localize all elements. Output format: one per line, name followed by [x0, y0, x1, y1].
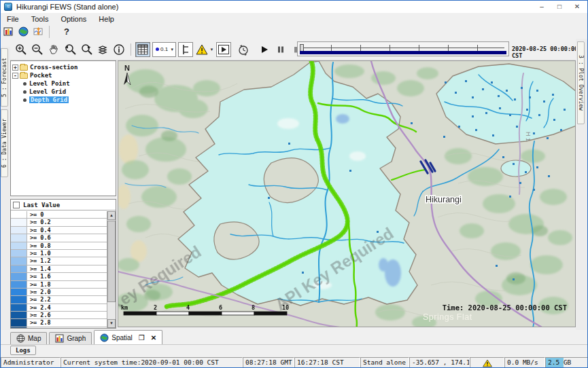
- play-button[interactable]: [257, 42, 272, 57]
- tree-item-pocket[interactable]: - Pocket: [11, 71, 116, 79]
- legend-row[interactable]: >= 0.2: [11, 219, 107, 226]
- scale-tick: 10: [282, 304, 289, 311]
- database-display-button[interactable]: [1, 25, 15, 39]
- last-value-label: Last Value: [23, 202, 60, 208]
- legend-row[interactable]: >= 0.8: [11, 242, 107, 250]
- legend-row[interactable]: >= 1.0: [11, 250, 107, 257]
- tab-data-viewer[interactable]: 6 : Data Viewer: [1, 109, 8, 177]
- legend-row[interactable]: >= 3.0: [11, 327, 107, 329]
- legend-row[interactable]: >= 0.4: [11, 227, 107, 234]
- logs-button[interactable]: Logs: [10, 346, 36, 355]
- legend-color-swatch: [11, 250, 27, 257]
- legend-label: >= 0.8: [27, 242, 107, 249]
- animation-clock-icon: [237, 43, 249, 56]
- timeseries-display-button[interactable]: [31, 25, 45, 39]
- tab-map[interactable]: Map: [10, 332, 47, 344]
- map-canvas[interactable]: API Key Required API Key Required N Hiku…: [118, 60, 576, 327]
- legend-row[interactable]: >= 1.4: [11, 265, 107, 273]
- legend-row[interactable]: >= 2.2: [11, 296, 107, 303]
- legend-label: >= 1.6: [27, 273, 107, 280]
- menu-options[interactable]: Options: [54, 15, 92, 23]
- zoom-out-button[interactable]: [30, 42, 45, 57]
- layers-button[interactable]: [95, 42, 110, 57]
- help-button[interactable]: ?: [60, 25, 73, 39]
- tab-plot-overview[interactable]: 3 : Plot Overview: [577, 41, 585, 124]
- toolbar-separator: [131, 43, 131, 56]
- app-logo-icon: ≈: [4, 3, 12, 11]
- pause-button[interactable]: [273, 42, 288, 57]
- scroll-up-icon[interactable]: ▲: [107, 211, 116, 220]
- map-display-button[interactable]: [16, 25, 30, 39]
- scrollbar-thumb[interactable]: [107, 221, 116, 302]
- tab-forecast[interactable]: 5 : Forecast: [1, 48, 8, 107]
- tab-label: Graph: [67, 335, 86, 342]
- info-button[interactable]: [111, 42, 126, 57]
- legend-color-swatch: [11, 265, 27, 272]
- menu-help[interactable]: Help: [92, 15, 120, 23]
- tab-maximize-icon[interactable]: ❐: [139, 334, 145, 342]
- display-tab-bar: Map Graph Spatial ❐ ✕: [1, 330, 588, 345]
- zoom-next-button[interactable]: [79, 42, 94, 57]
- menu-tools[interactable]: Tools: [25, 15, 55, 23]
- maximize-button[interactable]: □: [551, 1, 568, 12]
- legend-rows: >= 0>= 0.2>= 0.4>= 0.6>= 0.8>= 1.0>= 1.2…: [11, 211, 107, 328]
- collapse-minus-icon[interactable]: -: [12, 73, 18, 79]
- legend-row[interactable]: >= 2.6: [11, 312, 107, 319]
- grid-display-button[interactable]: [135, 42, 150, 57]
- legend-row[interactable]: >= 1.2: [11, 257, 107, 265]
- minimize-button[interactable]: –: [533, 1, 551, 12]
- status-warning[interactable]: [470, 357, 504, 368]
- pan-button[interactable]: [46, 42, 61, 57]
- legend-header: Last Value: [11, 200, 116, 210]
- thresholds-dropdown-button[interactable]: ▼: [194, 42, 215, 57]
- status-gmt-time: 08:27:18 GMT: [243, 357, 294, 368]
- tab-graph[interactable]: Graph: [49, 332, 92, 344]
- toolbar-separator: [49, 26, 50, 38]
- movie-player-button[interactable]: [216, 42, 231, 57]
- legend-color-swatch: [11, 219, 27, 225]
- main-toolbar: ?: [1, 24, 588, 39]
- window-controls: – □ ✕: [533, 1, 586, 12]
- legend-row[interactable]: >= 2.4: [11, 304, 107, 312]
- scroll-down-icon[interactable]: ▼: [107, 319, 116, 328]
- flood-extent-layer: [178, 61, 576, 306]
- expand-plus-icon[interactable]: +: [12, 65, 18, 71]
- pan-hand-icon: [48, 43, 60, 56]
- folder-icon: [20, 65, 28, 71]
- legend-row[interactable]: >= 1.6: [11, 273, 107, 280]
- zoom-in-button[interactable]: [14, 42, 29, 57]
- scale-value-dropdown[interactable]: 0.1 ▼: [152, 42, 176, 57]
- legend-color-swatch: [11, 281, 27, 288]
- status-local-time: 16:27:18 CST: [294, 357, 360, 368]
- longitudinal-profile-button[interactable]: [178, 42, 193, 57]
- bullet-icon: [23, 98, 27, 102]
- time-slider[interactable]: [297, 41, 509, 56]
- tree-item-cross-section[interactable]: + Cross-section: [11, 63, 116, 71]
- tab-close-icon[interactable]: ✕: [151, 334, 156, 342]
- status-user: Administrator: [1, 357, 60, 368]
- bar-chart-icon: [55, 334, 64, 343]
- legend-color-swatch: [11, 319, 27, 326]
- tree-item-depth-grid[interactable]: Depth Grid: [11, 96, 116, 104]
- chevron-down-icon: ▼: [210, 48, 214, 52]
- legend-row[interactable]: >= 1.8: [11, 281, 107, 289]
- north-label: N: [124, 64, 130, 72]
- legend-row[interactable]: >= 0: [11, 211, 107, 219]
- tab-spatial[interactable]: Spatial ❐ ✕: [94, 330, 162, 344]
- close-button[interactable]: ✕: [568, 1, 586, 12]
- legend-scrollbar[interactable]: ▲ ▼: [107, 211, 116, 328]
- legend-row[interactable]: >= 2.8: [11, 319, 107, 327]
- zoom-out-icon: [31, 43, 44, 56]
- animation-settings-button[interactable]: [236, 42, 251, 57]
- menu-file[interactable]: File: [1, 15, 25, 23]
- last-value-checkbox[interactable]: [13, 202, 20, 208]
- legend-row[interactable]: >= 0.6: [11, 234, 107, 242]
- map-svg: API Key Required API Key Required N Hiku…: [118, 61, 576, 327]
- zoom-previous-button[interactable]: [63, 42, 77, 57]
- tree-item-level-point[interactable]: Level Point: [11, 79, 116, 88]
- status-memory: 2.5 GB: [545, 357, 588, 368]
- tree-item-label: Level Point: [29, 80, 70, 87]
- tree-item-level-grid[interactable]: Level Grid: [11, 88, 116, 96]
- time-slider-period-bar: [300, 51, 506, 54]
- legend-row[interactable]: >= 2.0: [11, 289, 107, 296]
